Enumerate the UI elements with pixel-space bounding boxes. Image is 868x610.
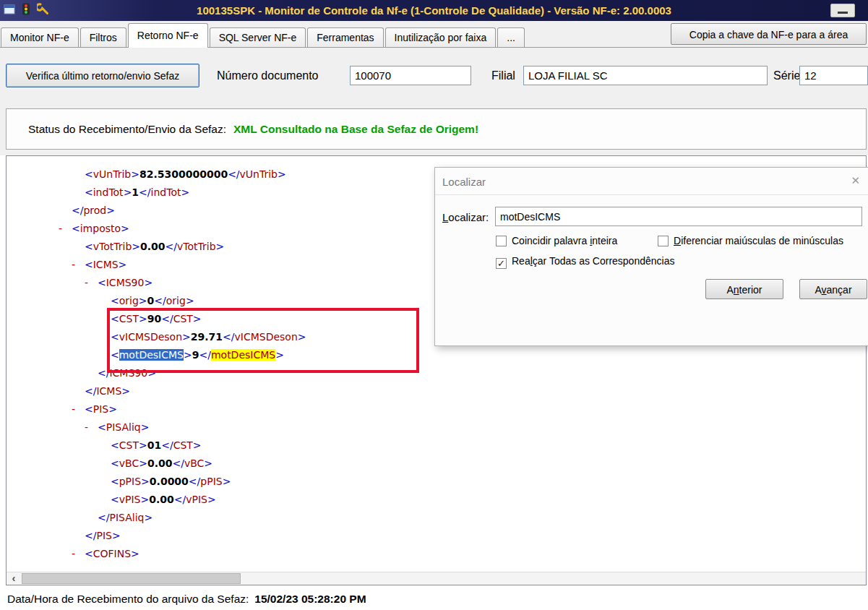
xml-bracket: > bbox=[141, 421, 150, 433]
xml-tag-name: vPIS bbox=[186, 494, 207, 505]
xml-line-PIS: -<PIS> bbox=[7, 400, 866, 418]
xml-tag-name: CST bbox=[119, 439, 139, 451]
xml-value: 0 bbox=[147, 295, 155, 306]
find-next-button[interactable]: Avançar bbox=[799, 279, 867, 299]
find-input[interactable] bbox=[495, 207, 862, 226]
xml-bracket: < bbox=[85, 186, 93, 198]
xml-tag-name: ICMS bbox=[96, 385, 121, 397]
xml-bracket: </ bbox=[72, 205, 83, 216]
highlight-all-checkbox[interactable]: ✓ bbox=[496, 258, 507, 269]
close-icon[interactable]: ✕ bbox=[851, 174, 860, 187]
xml-line-ICMS90: </ICMS90> bbox=[7, 364, 866, 382]
receive-datetime-value: 15/02/23 05:28:20 PM bbox=[254, 593, 366, 605]
branch-label: Filial bbox=[491, 69, 515, 82]
xml-tag-name: ICMS90 bbox=[109, 367, 147, 379]
xml-line-CST: <CST>01</CST> bbox=[7, 437, 866, 455]
tab-inutiliza-o-por-faixa[interactable]: Inutilização por faixa bbox=[385, 27, 497, 47]
xml-value: 90 bbox=[147, 313, 161, 325]
xml-bracket: < bbox=[85, 403, 93, 415]
xml-bracket: > bbox=[131, 168, 139, 180]
highlight-all-label: Realçar Todas as Correspondências bbox=[512, 255, 674, 267]
xml-bracket: > bbox=[124, 186, 132, 198]
xml-bracket: < bbox=[111, 295, 119, 306]
sefaz-status-box: Status do Recebimento/Envio da Sefaz:XML… bbox=[6, 108, 867, 150]
xml-tag-name: indTot bbox=[93, 186, 124, 198]
xml-line-motDesICMS: <motDesICMS>9</motDesICMS> bbox=[7, 346, 866, 364]
xml-tag-name: COFINS bbox=[93, 548, 131, 559]
xml-bracket: > bbox=[139, 439, 147, 451]
branch-input[interactable] bbox=[523, 66, 768, 85]
copy-nfe-key-button[interactable]: Copia a chave da NF-e para a área bbox=[671, 23, 867, 45]
xml-bracket: </ bbox=[161, 439, 173, 451]
tab-sql-server-nf-e[interactable]: SQL Server NF-e bbox=[210, 27, 306, 47]
tab-[interactable]: ... bbox=[497, 27, 525, 47]
xml-value: 0.00 bbox=[149, 494, 174, 505]
xml-bracket: < bbox=[72, 223, 80, 234]
xml-bracket: < bbox=[85, 168, 93, 180]
scrollbar-thumb[interactable] bbox=[22, 573, 241, 584]
title-bar: 100135SPK - Monitor de Controle da Nf-e … bbox=[0, 0, 868, 21]
find-field-label: Localizar: bbox=[442, 211, 489, 223]
xml-tag-name: pPIS bbox=[119, 476, 141, 487]
collapse-marker-icon[interactable]: - bbox=[85, 274, 98, 292]
collapse-marker-icon[interactable]: - bbox=[72, 400, 85, 418]
xml-tag-name: ICMS bbox=[93, 259, 119, 270]
xml-tag-name: vPIS bbox=[119, 494, 141, 505]
xml-tag-name: motDesICMS bbox=[119, 349, 184, 361]
find-previous-button[interactable]: Anterior bbox=[705, 279, 783, 299]
collapse-marker-icon[interactable]: - bbox=[59, 220, 72, 238]
tab-retorno-nf-e[interactable]: Retorno NF-e bbox=[128, 23, 208, 48]
xml-bracket: </ bbox=[161, 313, 173, 325]
match-case-option[interactable]: Diferenciar maiúsculas de minúsculas bbox=[658, 235, 843, 246]
xml-bracket: > bbox=[139, 295, 147, 306]
xml-bracket: </ bbox=[223, 331, 234, 343]
xml-bracket: > bbox=[186, 295, 194, 306]
tab-monitor-nf-e[interactable]: Monitor NF-e bbox=[1, 27, 79, 47]
whole-word-checkbox[interactable] bbox=[496, 236, 507, 246]
xml-bracket: </ bbox=[98, 367, 109, 379]
series-input[interactable] bbox=[799, 66, 868, 85]
xml-bracket: < bbox=[98, 421, 106, 433]
xml-tag-name: vBC bbox=[119, 458, 139, 469]
whole-word-option[interactable]: Coincidir palavra inteira bbox=[496, 235, 617, 246]
xml-bracket: < bbox=[111, 494, 119, 505]
xml-bracket: > bbox=[144, 277, 152, 288]
find-dialog-separator bbox=[435, 194, 868, 195]
document-number-label: Número documento bbox=[217, 69, 319, 82]
xml-bracket: < bbox=[85, 241, 93, 252]
document-number-input[interactable] bbox=[350, 66, 471, 85]
match-case-checkbox[interactable] bbox=[658, 236, 669, 246]
xml-tag-name: CST bbox=[173, 439, 193, 451]
xml-bracket: < bbox=[111, 439, 119, 451]
xml-tag-name: imposto bbox=[80, 223, 121, 234]
xml-bracket: > bbox=[140, 494, 149, 505]
xml-tag-name: pPIS bbox=[200, 476, 222, 487]
tab-filtros[interactable]: Filtros bbox=[80, 27, 126, 47]
match-case-label: Diferenciar maiúsculas de minúsculas bbox=[674, 235, 843, 246]
sefaz-status-value: XML Consultado na Base da Sefaz de Orige… bbox=[233, 123, 478, 135]
xml-bracket: > bbox=[275, 349, 284, 361]
xml-bracket: </ bbox=[199, 349, 210, 361]
scroll-left-arrow-icon[interactable]: ‹ bbox=[7, 572, 21, 585]
xml-bracket: </ bbox=[85, 530, 96, 541]
xml-bracket: > bbox=[184, 349, 192, 361]
highlight-all-option[interactable]: ✓Realçar Todas as Correspondências bbox=[496, 255, 674, 269]
xml-bracket: </ bbox=[172, 458, 184, 469]
xml-bracket: > bbox=[132, 241, 140, 252]
xml-bracket: > bbox=[193, 439, 202, 451]
xml-bracket: > bbox=[108, 403, 117, 415]
minimize-button[interactable] bbox=[830, 4, 855, 17]
xml-bracket: </ bbox=[85, 385, 96, 397]
xml-tag-name: vICMSDeson bbox=[119, 331, 182, 343]
xml-line-PIS: </PIS> bbox=[7, 527, 866, 545]
verify-last-return-button[interactable]: Verifica último retorno/envio Sefaz bbox=[6, 64, 199, 87]
tab-ferramentas[interactable]: Ferramentas bbox=[307, 27, 383, 47]
xml-bracket: </ bbox=[189, 476, 200, 487]
xml-line-PISAliq: </PISAliq> bbox=[7, 509, 866, 527]
horizontal-scrollbar[interactable]: ‹ bbox=[7, 572, 866, 585]
xml-bracket: > bbox=[106, 205, 115, 216]
collapse-marker-icon[interactable]: - bbox=[72, 545, 85, 563]
collapse-marker-icon[interactable]: - bbox=[72, 256, 85, 274]
collapse-marker-icon[interactable]: - bbox=[85, 418, 98, 437]
xml-value: 01 bbox=[147, 439, 161, 451]
